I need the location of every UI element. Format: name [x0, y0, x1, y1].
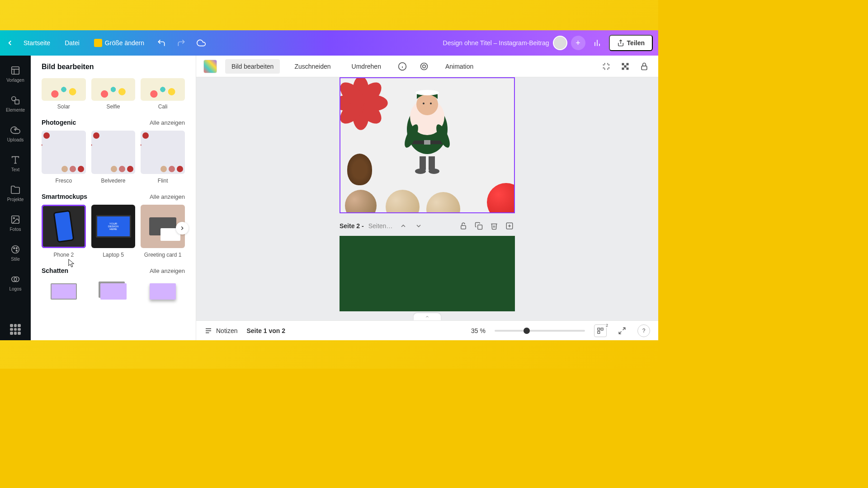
- zoom-label[interactable]: 35 %: [471, 327, 486, 334]
- svg-rect-8: [15, 100, 19, 104]
- side-panel: Bild bearbeiten Solar Selfie Cali Photog…: [31, 56, 196, 340]
- see-all-shadow[interactable]: Alle anzeigen: [150, 267, 185, 274]
- ctx-flip[interactable]: Umdrehen: [345, 59, 387, 74]
- next-mockups-button[interactable]: [176, 222, 189, 235]
- home-button[interactable]: Startseite: [18, 36, 56, 50]
- photogenic-belvedere[interactable]: Belvedere: [91, 131, 136, 184]
- main-row: Vorlagen Elemente Uploads Text Projekte …: [0, 56, 658, 340]
- zoom-thumb[interactable]: [524, 328, 530, 334]
- projects-icon: [10, 184, 21, 195]
- app-window: Startseite Datei Größe ändern Design ohn…: [0, 30, 658, 340]
- file-button[interactable]: Datei: [59, 36, 85, 50]
- filter-solar[interactable]: Solar: [42, 78, 86, 110]
- svg-rect-49: [429, 156, 435, 170]
- thumb-label: Fresco: [42, 178, 86, 184]
- templates-icon: [10, 65, 21, 76]
- cloud-sync-icon[interactable]: [193, 35, 209, 51]
- back-icon[interactable]: [5, 38, 14, 47]
- mockup-phone2[interactable]: Phone 2: [42, 205, 86, 258]
- rail-projects[interactable]: Projekte: [0, 178, 31, 207]
- rail-label: Projekte: [7, 197, 24, 202]
- shadow-option-2[interactable]: [91, 279, 136, 300]
- insights-icon[interactable]: [589, 35, 605, 51]
- rail-more-apps[interactable]: [10, 324, 21, 335]
- undo-button[interactable]: [153, 35, 170, 51]
- svg-point-43: [415, 90, 439, 95]
- svg-point-13: [12, 245, 19, 253]
- left-rail: Vorlagen Elemente Uploads Text Projekte …: [0, 56, 31, 340]
- rail-templates[interactable]: Vorlagen: [0, 59, 31, 88]
- svg-point-23: [423, 65, 426, 68]
- editor-column: Bild bearbeiten Zuschneiden Umdrehen Ani…: [196, 56, 658, 340]
- lock-icon[interactable]: [637, 60, 651, 73]
- thumb-label: Phone 2: [42, 252, 86, 258]
- position-icon[interactable]: [599, 60, 613, 73]
- footer-bar: Notizen Seite 1 von 2 35 % 2 ?: [196, 320, 658, 340]
- svg-point-50: [415, 169, 426, 174]
- rail-photos[interactable]: Fotos: [0, 208, 31, 237]
- transparency-icon[interactable]: [618, 60, 632, 73]
- share-label: Teilen: [627, 39, 645, 47]
- info-icon[interactable]: [396, 60, 409, 73]
- photogenic-flint[interactable]: Flint: [141, 131, 185, 184]
- grid-view-button[interactable]: 2: [594, 324, 607, 337]
- duplicate-page-icon[interactable]: [473, 221, 484, 231]
- mockup-laptop5[interactable]: YOURDESIGNHERELaptop 5: [91, 205, 136, 258]
- rail-text[interactable]: Text: [0, 149, 31, 178]
- rail-uploads[interactable]: Uploads: [0, 119, 31, 148]
- filter-label: Cali: [141, 103, 185, 110]
- svg-rect-4: [12, 66, 19, 74]
- collapse-up-icon[interactable]: [398, 221, 409, 231]
- notes-button[interactable]: Notizen: [204, 327, 237, 335]
- filter-cali[interactable]: Cali: [141, 78, 185, 110]
- page-1[interactable]: [340, 77, 515, 213]
- ctx-animation[interactable]: Animation: [439, 59, 480, 74]
- svg-rect-26: [624, 65, 627, 67]
- svg-rect-40: [424, 140, 430, 145]
- canvas-area[interactable]: Seite 2 - Seitentitel hi…: [196, 77, 658, 320]
- resize-button[interactable]: Größe ändern: [89, 35, 150, 51]
- page-badge: 2: [606, 323, 608, 328]
- ctx-crop[interactable]: Zuschneiden: [288, 59, 337, 74]
- svg-rect-29: [642, 66, 647, 70]
- fullscreen-button[interactable]: [616, 324, 628, 337]
- filter-selfie[interactable]: Selfie: [91, 78, 136, 110]
- see-all-smartmockups[interactable]: Alle anzeigen: [150, 193, 185, 200]
- svg-point-22: [420, 63, 427, 70]
- add-page-icon[interactable]: [504, 221, 515, 231]
- thumb-label: Belvedere: [91, 178, 136, 184]
- help-button[interactable]: ?: [637, 324, 650, 337]
- section-title: Schatten: [42, 267, 68, 274]
- shadow-option-1[interactable]: [42, 279, 86, 300]
- page-2-title-input[interactable]: Seitentitel hi…: [368, 222, 393, 230]
- zoom-slider[interactable]: [495, 330, 585, 332]
- redo-button[interactable]: [173, 35, 189, 51]
- ornament-2: [386, 190, 420, 213]
- page-2[interactable]: [340, 236, 515, 311]
- rail-styles[interactable]: Stile: [0, 238, 31, 267]
- page-2-label: Seite 2 -: [340, 222, 364, 230]
- rail-elements[interactable]: Elemente: [0, 89, 31, 118]
- rail-label: Fotos: [9, 227, 21, 232]
- styles-icon: [10, 244, 21, 255]
- photogenic-fresco[interactable]: Fresco: [42, 131, 86, 184]
- svg-rect-53: [478, 225, 482, 230]
- ctx-edit-image[interactable]: Bild bearbeiten: [225, 59, 280, 74]
- rail-logos[interactable]: Logos: [0, 268, 31, 297]
- shadow-option-3[interactable]: [141, 279, 185, 300]
- collapse-down-icon[interactable]: [413, 221, 424, 231]
- color-picker-button[interactable]: [203, 60, 217, 73]
- thumb-label: Greeting card 1: [141, 252, 185, 258]
- page-counter[interactable]: Seite 1 von 2: [246, 327, 285, 334]
- document-title[interactable]: Design ohne Titel – Instagram-Beitrag: [443, 39, 549, 47]
- share-button[interactable]: Teilen: [609, 35, 653, 51]
- add-collaborator-button[interactable]: +: [571, 36, 585, 50]
- expand-pages-tab[interactable]: [414, 313, 441, 320]
- panel-scroll[interactable]: Solar Selfie Cali Photogenic Alle anzeig…: [31, 75, 196, 340]
- panel-title: Bild bearbeiten: [31, 56, 196, 75]
- delete-page-icon[interactable]: [489, 221, 500, 231]
- see-all-photogenic[interactable]: Alle anzeigen: [150, 119, 185, 126]
- lock-page-icon[interactable]: [458, 221, 469, 231]
- svg-rect-28: [627, 67, 629, 70]
- avatar[interactable]: [553, 36, 567, 50]
